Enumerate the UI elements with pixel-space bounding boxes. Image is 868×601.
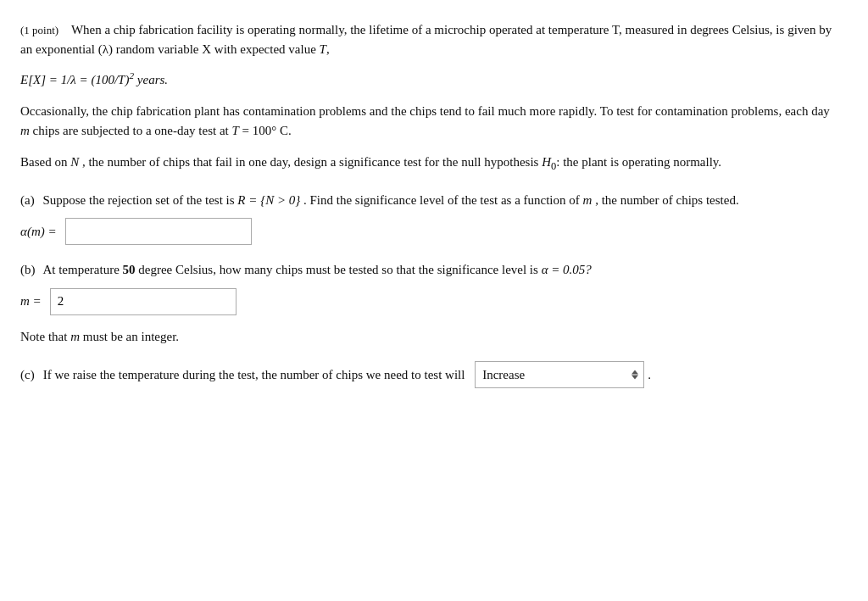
- part-b-text-a: At temperature: [42, 263, 119, 276]
- part-b-text: (b) At temperature 50 degree Celsius, ho…: [20, 260, 841, 280]
- alpha-eq: α = 0.05?: [542, 263, 592, 276]
- part-b-input[interactable]: [50, 288, 236, 315]
- part-b-label: (b): [20, 263, 36, 276]
- expected-value-eq: E[X] = 1/λ = (100/T)2 years.: [20, 69, 841, 90]
- point-label: (1 point): [20, 24, 58, 36]
- part-a-answer-row: α(m) =: [20, 218, 841, 245]
- intro-text-3a: Based on: [20, 155, 67, 169]
- T-eq: T: [232, 124, 239, 137]
- part-a-text-a: Suppose the rejection set of the test is: [42, 193, 234, 207]
- H0-label: H: [542, 155, 551, 169]
- part-a-label: (a): [20, 193, 35, 207]
- intro-paragraph-3: Based on N , the number of chips that fa…: [20, 153, 841, 175]
- part-b-text-b: degree Celsius, how many chips must be t…: [138, 263, 538, 276]
- temp-50: 50: [123, 263, 139, 276]
- part-c-dropdown[interactable]: Increase Decrease Stay the same: [482, 368, 640, 381]
- part-a-input[interactable]: [65, 218, 252, 245]
- part-b-note: Note that m must be an integer.: [20, 327, 841, 347]
- intro-text-2b: chips are subjected to a one-day test at: [33, 124, 229, 137]
- part-a-answer-label: α(m) =: [20, 222, 57, 242]
- intro-paragraph-2: Occasionally, the chip fabrication plant…: [20, 102, 841, 142]
- intro-text-2a: Occasionally, the chip fabrication plant…: [20, 104, 830, 118]
- R-eq: R = {N > 0}: [237, 193, 300, 207]
- N-variable-1: N: [70, 155, 79, 169]
- part-a-text-c: , the number of chips tested.: [595, 193, 739, 207]
- part-a-text-b: . Find the significance level of the tes…: [303, 193, 580, 207]
- intro-text-3c: the plant is operating normally.: [563, 155, 721, 169]
- part-c-label: (c): [20, 365, 35, 385]
- part-c-text-a: If we raise the temperature during the t…: [43, 365, 465, 385]
- m-variable-2: m: [583, 193, 593, 207]
- part-a-section: (a) Suppose the rejection set of the tes…: [20, 191, 841, 246]
- intro-paragraph-1: (1 point) When a chip fabrication facili…: [20, 20, 841, 90]
- intro-text-1: When a chip fabrication facility is oper…: [20, 23, 832, 56]
- m-variable-1: m: [20, 124, 33, 137]
- part-b-answer-label: m =: [20, 292, 42, 311]
- problem-container: (1 point) When a chip fabrication facili…: [20, 20, 841, 388]
- part-c-text-b: .: [648, 365, 651, 385]
- part-b-section: (b) At temperature 50 degree Celsius, ho…: [20, 260, 841, 346]
- part-a-text: (a) Suppose the rejection set of the tes…: [20, 191, 841, 210]
- temp-variable: T: [320, 42, 326, 56]
- part-c-section: (c) If we raise the temperature during t…: [20, 361, 841, 388]
- part-b-answer-row: m =: [20, 288, 841, 315]
- intro-text-3b: , the number of chips that fail in one d…: [82, 155, 538, 169]
- part-c-dropdown-container: Increase Decrease Stay the same: [475, 361, 644, 388]
